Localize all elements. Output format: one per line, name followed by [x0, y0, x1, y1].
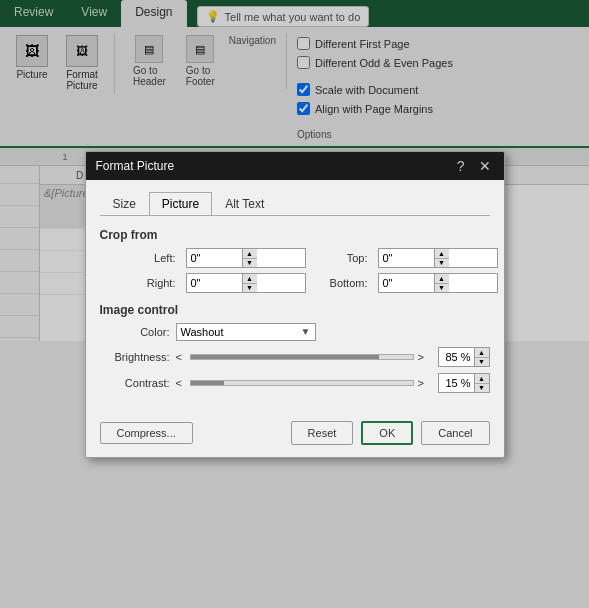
dialog-close-btn[interactable]: ✕ [476, 158, 494, 174]
ok-button[interactable]: OK [361, 421, 413, 445]
contrast-slider-row: < > [176, 377, 428, 389]
left-value-input[interactable] [187, 250, 242, 266]
brightness-right-btn[interactable]: > [418, 351, 428, 363]
dialog-overlay: Format Picture ? ✕ Size Picture Alt Text… [0, 0, 589, 608]
compress-button[interactable]: Compress... [100, 422, 193, 444]
dialog-titlebar: Format Picture ? ✕ [86, 152, 504, 180]
bottom-label: Bottom: [312, 277, 372, 289]
bottom-spin-up[interactable]: ▲ [435, 274, 449, 283]
contrast-label: Contrast: [100, 377, 170, 389]
contrast-fill [191, 381, 224, 385]
color-value: Washout [181, 326, 224, 338]
image-control-label: Image control [100, 303, 490, 317]
left-spin-down[interactable]: ▼ [243, 258, 257, 267]
contrast-value-input[interactable] [439, 375, 474, 391]
color-label: Color: [100, 326, 170, 338]
bottom-value-input[interactable] [379, 275, 434, 291]
contrast-spin-down[interactable]: ▼ [475, 383, 489, 392]
image-control-section: Image control Color: Washout ▼ Brightnes… [100, 303, 490, 393]
tab-picture[interactable]: Picture [149, 192, 212, 215]
brightness-fill [191, 355, 380, 359]
right-label: Right: [100, 277, 180, 289]
right-spin-down[interactable]: ▼ [243, 283, 257, 292]
color-dropdown-arrow: ▼ [301, 326, 311, 337]
contrast-track[interactable] [190, 380, 414, 386]
dialog-help-btn[interactable]: ? [454, 158, 468, 174]
reset-button[interactable]: Reset [291, 421, 354, 445]
left-spin[interactable]: ▲ ▼ [186, 248, 306, 268]
top-spin[interactable]: ▲ ▼ [378, 248, 498, 268]
top-spin-down[interactable]: ▼ [435, 258, 449, 267]
brightness-value-spin[interactable]: ▲ ▼ [438, 347, 490, 367]
dialog-controls: ? ✕ [454, 158, 494, 174]
bottom-spin-down[interactable]: ▼ [435, 283, 449, 292]
top-label: Top: [312, 252, 372, 264]
format-picture-dialog: Format Picture ? ✕ Size Picture Alt Text… [85, 151, 505, 458]
dialog-tabs: Size Picture Alt Text [100, 192, 490, 216]
dialog-footer: Compress... Reset OK Cancel [86, 411, 504, 457]
cancel-button[interactable]: Cancel [421, 421, 489, 445]
brightness-left-btn[interactable]: < [176, 351, 186, 363]
contrast-spin-up[interactable]: ▲ [475, 374, 489, 383]
brightness-spin-up[interactable]: ▲ [475, 348, 489, 357]
contrast-value-spin[interactable]: ▲ ▼ [438, 373, 490, 393]
left-label: Left: [100, 252, 180, 264]
crop-section-label: Crop from [100, 228, 490, 242]
right-value-input[interactable] [187, 275, 242, 291]
crop-from-section: Crop from Left: ▲ ▼ Top: ▲ [100, 228, 490, 293]
top-value-input[interactable] [379, 250, 434, 266]
right-spin-up[interactable]: ▲ [243, 274, 257, 283]
contrast-right-btn[interactable]: > [418, 377, 428, 389]
footer-left: Compress... [100, 422, 193, 444]
contrast-row: Contrast: < > ▲ ▼ [100, 373, 490, 393]
top-spin-up[interactable]: ▲ [435, 249, 449, 258]
brightness-slider-row: < > [176, 351, 428, 363]
brightness-row: Brightness: < > ▲ ▼ [100, 347, 490, 367]
dialog-title: Format Picture [96, 159, 175, 173]
bottom-spin[interactable]: ▲ ▼ [378, 273, 498, 293]
brightness-label: Brightness: [100, 351, 170, 363]
brightness-track[interactable] [190, 354, 414, 360]
tab-alt-text[interactable]: Alt Text [212, 192, 277, 215]
tab-size[interactable]: Size [100, 192, 149, 215]
brightness-spin-down[interactable]: ▼ [475, 357, 489, 366]
right-spin[interactable]: ▲ ▼ [186, 273, 306, 293]
footer-right: Reset OK Cancel [291, 421, 490, 445]
left-spin-up[interactable]: ▲ [243, 249, 257, 258]
color-row: Color: Washout ▼ [100, 323, 490, 341]
dialog-body: Size Picture Alt Text Crop from Left: ▲ … [86, 180, 504, 411]
brightness-value-input[interactable] [439, 349, 474, 365]
contrast-left-btn[interactable]: < [176, 377, 186, 389]
color-dropdown[interactable]: Washout ▼ [176, 323, 316, 341]
